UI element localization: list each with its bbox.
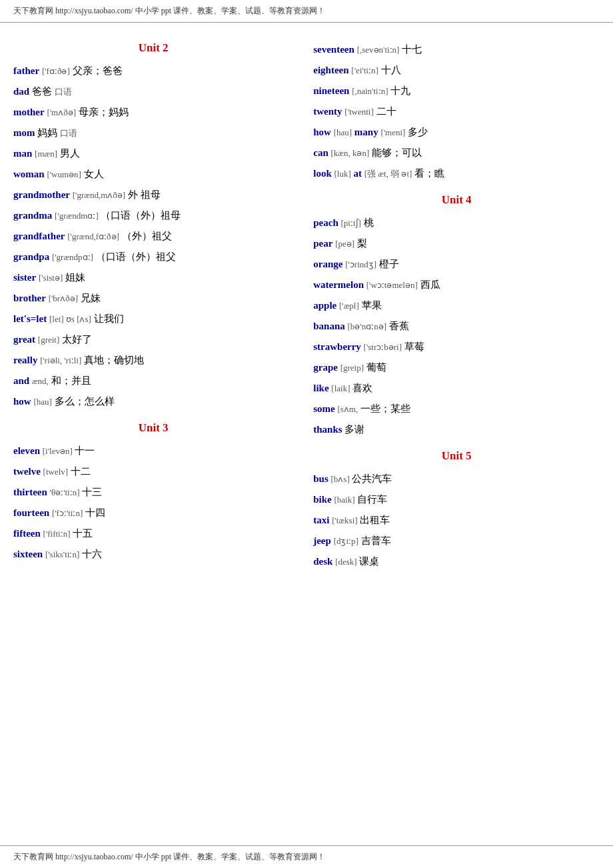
list-item: nineteen [,nain'tiːn] 十九: [313, 83, 600, 99]
list-item: strawberry ['strɔːbəri] 草莓: [313, 339, 600, 355]
list-item: orange ['ɔrindʒ] 橙子: [313, 256, 600, 272]
list-item: twenty ['twenti] 二十: [313, 103, 600, 119]
list-item: how [hau] 多么；怎么样: [13, 393, 293, 409]
list-item: taxi ['tæksi] 出租车: [313, 512, 600, 528]
list-item: apple ['æpl] 苹果: [313, 297, 600, 313]
list-item: grape [greip] 葡萄: [313, 359, 600, 375]
list-item: some [sʌm, 一些；某些: [313, 401, 600, 417]
list-item: watermelon ['wɔːtəmelən] 西瓜: [313, 277, 600, 293]
list-item: mother ['mʌðə] 母亲；妈妈: [13, 104, 293, 120]
unit2-title: Unit 2: [13, 41, 293, 55]
list-item: thanks 多谢: [313, 421, 600, 437]
right-column: seventeen [,sevən'tiːn] 十七 eighteen ['ei…: [306, 29, 600, 574]
list-item: fifteen ['fiftiːn] 十五: [13, 525, 293, 541]
list-item: fourteen ['fɔː'tiːn] 十四: [13, 505, 293, 521]
list-item: banana [bə'nɑːnə] 香蕉: [313, 318, 600, 334]
list-item: grandma ['grændmɑː] （口语（外）祖母: [13, 207, 293, 223]
list-item: thirteen 'θəː'tiːn] 十三: [13, 484, 293, 500]
unit3-title: Unit 3: [13, 421, 293, 435]
header-text: 天下教育网 http://xsjyu.taobao.com/ 中小学 ppt 课…: [13, 6, 325, 15]
list-item: bike [baik] 自行车: [313, 491, 600, 507]
list-item: peach [piːtʃ] 桃: [313, 215, 600, 231]
list-item: eleven [i'levən] 十一: [13, 443, 293, 459]
list-item: really ['riəli, 'riːli] 真地；确切地: [13, 352, 293, 368]
list-item: seventeen [,sevən'tiːn] 十七: [313, 41, 600, 57]
list-item: bus [bʌs] 公共汽车: [313, 471, 600, 487]
list-item: dad 爸爸 口语: [13, 83, 293, 99]
list-item: pear [peə] 梨: [313, 235, 600, 251]
list-item: desk [desk] 课桌: [313, 553, 600, 569]
list-item: grandmother ['grænd,mʌðə] 外 祖母: [13, 187, 293, 203]
list-item: mom 妈妈 口语: [13, 125, 293, 141]
footer-bar: 天下教育网 http://xsjyu.taobao.com/ 中小学 ppt 课…: [0, 845, 613, 868]
unit5-title: Unit 5: [313, 449, 600, 463]
list-item: great [greit] 太好了: [13, 331, 293, 347]
list-item: can [kæn, kən] 能够；可以: [313, 145, 600, 161]
list-item: twelve [twelv] 十二: [13, 463, 293, 479]
list-item: and ænd, 和；并且: [13, 373, 293, 389]
list-item: man [mæn] 男人: [13, 145, 293, 161]
list-item: eighteen ['ei'tiːn] 十八: [313, 62, 600, 78]
list-item: look [luk] at [强 æt, 弱 ət] 看；瞧: [313, 165, 600, 181]
list-item: brother ['brʌðə] 兄妹: [13, 290, 293, 306]
footer-text: 天下教育网 http://xsjyu.taobao.com/ 中小学 ppt 课…: [13, 852, 325, 861]
list-item: how [hau] many ['meni] 多少: [313, 124, 600, 140]
list-item: father ['fɑːðə] 父亲；爸爸: [13, 63, 293, 79]
list-item: sister ['sistə] 姐妹: [13, 269, 293, 285]
list-item: woman ['wumən] 女人: [13, 166, 293, 182]
header-bar: 天下教育网 http://xsjyu.taobao.com/ 中小学 ppt 课…: [0, 0, 613, 23]
unit4-title: Unit 4: [313, 193, 600, 207]
list-item: like [laik] 喜欢: [313, 380, 600, 396]
list-item: sixteen ['siks'tiːn] 十六: [13, 546, 293, 562]
list-item: grandpa ['grændpɑː] （口语（外）祖父: [13, 249, 293, 265]
list-item: let's=let [let] ʊs [ʌs] 让我们: [13, 311, 293, 327]
list-item: grandfather ['grænd,fɑːðə] （外）祖父: [13, 228, 293, 244]
left-column: Unit 2 father ['fɑːðə] 父亲；爸爸 dad 爸爸 口语 m…: [13, 29, 306, 574]
list-item: jeep [dʒiːp] 吉普车: [313, 533, 600, 549]
